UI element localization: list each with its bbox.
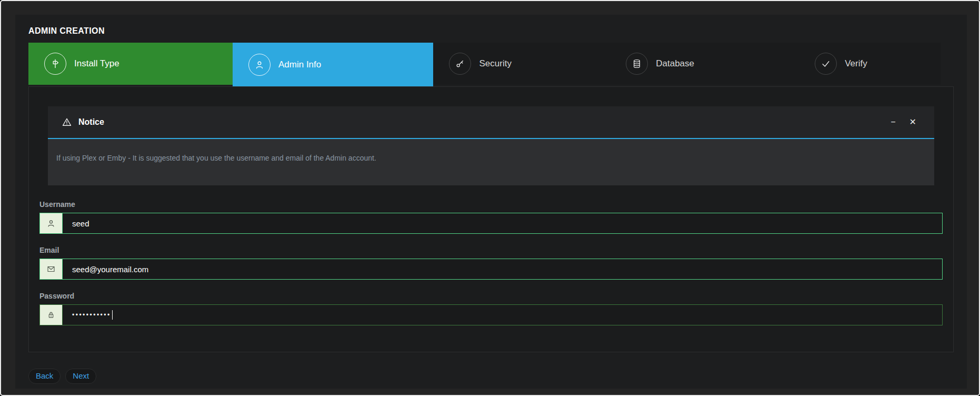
signpost-icon xyxy=(44,53,66,75)
notice-title: Notice xyxy=(78,117,104,127)
close-icon[interactable]: ✕ xyxy=(905,116,921,128)
wizard-step-install-type[interactable]: Install Type xyxy=(28,43,233,85)
wizard-step-database[interactable]: Database xyxy=(610,43,799,85)
user-icon xyxy=(40,213,63,233)
warning-icon xyxy=(62,117,72,127)
password-input[interactable]: ••••••••••• xyxy=(63,305,942,325)
wizard-step-label: Verify xyxy=(845,58,867,69)
app-window: ADMIN CREATION Install Type xyxy=(0,0,980,396)
wizard-step-label: Database xyxy=(656,58,694,69)
wizard-step-label: Install Type xyxy=(74,58,119,69)
page-title: ADMIN CREATION xyxy=(28,15,954,36)
password-masked-value: ••••••••••• xyxy=(72,312,111,318)
database-icon xyxy=(626,53,648,75)
wizard-step-label: Admin Info xyxy=(278,60,321,70)
admin-creation-card: ADMIN CREATION Install Type xyxy=(15,15,967,389)
wizard-footer: Back Next xyxy=(28,369,954,384)
username-label: Username xyxy=(39,200,943,209)
wizard-step-verify[interactable]: Verify xyxy=(799,43,954,85)
wizard-step-label: Security xyxy=(479,58,511,69)
check-icon xyxy=(815,53,837,75)
step-content-panel: Notice − ✕ If using Plex or Emby - It is… xyxy=(28,86,954,352)
wizard-step-admin-info[interactable]: Admin Info xyxy=(233,43,433,86)
back-button[interactable]: Back xyxy=(28,369,61,384)
notice-header: Notice − ✕ xyxy=(48,106,934,139)
email-input-row xyxy=(39,259,943,280)
next-button[interactable]: Next xyxy=(65,369,96,384)
user-icon xyxy=(248,54,271,76)
password-input-row: ••••••••••• xyxy=(39,304,943,325)
password-field-group: Password ••••••••••• xyxy=(39,292,943,325)
email-input[interactable] xyxy=(63,259,942,279)
password-label: Password xyxy=(39,292,943,300)
lock-icon xyxy=(40,305,63,325)
minimize-icon[interactable]: − xyxy=(886,116,899,128)
wizard-step-security[interactable]: Security xyxy=(433,43,610,85)
key-icon xyxy=(449,53,471,75)
envelope-icon xyxy=(40,259,63,279)
notice-box: Notice − ✕ If using Plex or Emby - It is… xyxy=(48,106,934,185)
notice-text: If using Plex or Emby - It is suggested … xyxy=(56,154,376,162)
admin-info-form: Username Email xyxy=(39,200,943,325)
notice-body: If using Plex or Emby - It is suggested … xyxy=(48,139,934,185)
text-caret xyxy=(112,310,113,320)
username-field-group: Username xyxy=(39,200,943,234)
email-label: Email xyxy=(39,246,943,254)
username-input-row xyxy=(39,213,943,234)
username-input[interactable] xyxy=(63,213,942,233)
email-field-group: Email xyxy=(39,246,943,280)
wizard-step-bar: Install Type Admin Info xyxy=(28,43,954,86)
